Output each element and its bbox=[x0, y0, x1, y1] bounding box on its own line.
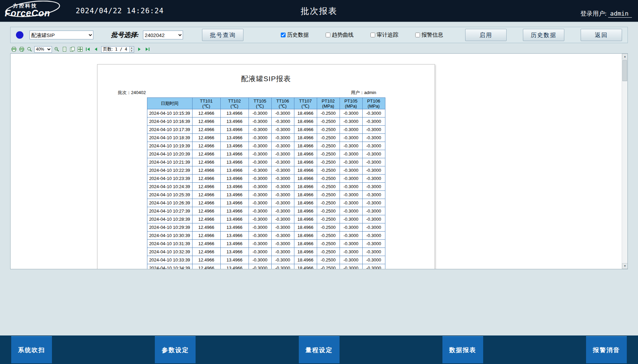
data-report-button[interactable]: 数据报表 bbox=[442, 336, 483, 363]
value-cell: -0.3000 bbox=[340, 240, 362, 248]
value-cell: 13.4966 bbox=[220, 240, 249, 248]
table-row: 2024-04-10 10:25:3912.496613.4966-0.3000… bbox=[147, 191, 385, 199]
value-cell: -0.3000 bbox=[362, 126, 385, 134]
value-cell: 13.4966 bbox=[220, 109, 249, 117]
vertical-scrollbar[interactable]: ▲ ▼ bbox=[622, 54, 627, 269]
value-cell: 13.4966 bbox=[220, 134, 249, 142]
history-data-checkbox[interactable] bbox=[281, 33, 286, 37]
value-cell: -0.3000 bbox=[362, 142, 385, 150]
zoom-out-icon[interactable] bbox=[54, 46, 60, 52]
trend-curve-checkbox[interactable] bbox=[326, 33, 330, 37]
alarm-mute-button[interactable]: 报警消音 bbox=[586, 336, 627, 363]
system-purge-button[interactable]: 系统吹扫 bbox=[11, 336, 52, 363]
next-page-icon[interactable] bbox=[136, 46, 143, 52]
value-cell: -0.3000 bbox=[340, 215, 362, 223]
audit-trail-checkbox[interactable] bbox=[370, 33, 375, 37]
checkbox-history-data[interactable]: 历史数据 bbox=[281, 32, 309, 39]
value-cell: -0.3000 bbox=[362, 232, 385, 240]
page-number-value[interactable]: 1 / 4 bbox=[113, 47, 129, 52]
checkbox-audit-trail[interactable]: 审计追踪 bbox=[370, 32, 398, 39]
range-setting-button[interactable]: 量程设定 bbox=[299, 336, 340, 363]
page-grid-icon[interactable] bbox=[77, 46, 83, 52]
value-cell: 12.4966 bbox=[192, 264, 220, 270]
value-cell: 13.4966 bbox=[220, 150, 249, 158]
value-cell: 18.4966 bbox=[294, 191, 317, 199]
value-cell: -0.2500 bbox=[317, 134, 340, 142]
report-title: 配液罐SIP报表 bbox=[97, 74, 435, 84]
table-row: 2024-04-10 10:22:3912.496613.4966-0.3000… bbox=[147, 166, 385, 175]
column-header-8: PT106(MPa) bbox=[362, 98, 385, 109]
scrollbar-thumb[interactable] bbox=[622, 60, 627, 81]
value-cell: -0.2500 bbox=[317, 175, 340, 183]
value-cell: 18.4966 bbox=[294, 207, 317, 215]
spinner-up-icon[interactable]: ▲ bbox=[130, 47, 134, 50]
table-row: 2024-04-10 10:30:3912.496613.4966-0.3000… bbox=[147, 232, 385, 240]
zoom-level-select[interactable]: 40% bbox=[34, 46, 52, 53]
value-cell: -0.2500 bbox=[317, 183, 340, 191]
single-page-icon[interactable] bbox=[61, 46, 68, 52]
checkbox-trend-curve[interactable]: 趋势曲线 bbox=[326, 32, 353, 39]
footer-spacer bbox=[0, 269, 638, 335]
table-row: 2024-04-10 10:20:3912.496613.4966-0.3000… bbox=[147, 150, 385, 158]
value-cell: -0.3000 bbox=[271, 215, 294, 223]
value-cell: -0.3000 bbox=[340, 191, 362, 199]
batch-number-select[interactable]: 2402042 bbox=[143, 31, 183, 39]
value-cell: 12.4966 bbox=[192, 191, 220, 199]
value-cell: -0.2500 bbox=[317, 158, 340, 166]
return-button[interactable]: 返回 bbox=[581, 29, 622, 41]
scroll-up-icon[interactable]: ▲ bbox=[622, 54, 628, 59]
batch-query-button[interactable]: 批号查询 bbox=[202, 29, 243, 41]
value-cell: 13.4966 bbox=[220, 117, 249, 126]
value-cell: 18.4966 bbox=[294, 175, 317, 183]
status-indicator-dot bbox=[16, 31, 23, 39]
audit-trail-label: 审计追踪 bbox=[377, 32, 398, 39]
quick-print-icon[interactable] bbox=[19, 46, 25, 52]
checkbox-alarm-info[interactable]: 报警信息 bbox=[415, 32, 443, 39]
tank-select[interactable]: 配液罐SIP bbox=[30, 31, 93, 39]
history-data-button[interactable]: 历史数据 bbox=[523, 29, 564, 41]
value-cell: -0.2500 bbox=[317, 199, 340, 207]
value-cell: -0.2500 bbox=[317, 215, 340, 223]
value-cell: -0.3000 bbox=[362, 264, 385, 270]
value-cell: 18.4966 bbox=[294, 223, 317, 232]
value-cell: 18.4966 bbox=[294, 256, 317, 264]
value-cell: -0.3000 bbox=[249, 207, 271, 215]
alarm-info-checkbox[interactable] bbox=[415, 33, 420, 37]
value-cell: 13.4966 bbox=[220, 126, 249, 134]
value-cell: -0.3000 bbox=[362, 248, 385, 256]
trend-curve-label: 趋势曲线 bbox=[332, 32, 353, 39]
value-cell: 12.4966 bbox=[192, 183, 220, 191]
page-number-spinner[interactable]: ▲▼ bbox=[129, 47, 134, 52]
value-cell: 12.4966 bbox=[192, 199, 220, 207]
scroll-down-icon[interactable]: ▼ bbox=[622, 263, 628, 269]
value-cell: -0.3000 bbox=[340, 150, 362, 158]
column-header-5: TT107(℃) bbox=[294, 98, 317, 109]
multi-page-icon[interactable] bbox=[69, 46, 75, 52]
value-cell: 12.4966 bbox=[192, 232, 220, 240]
login-user: admin bbox=[608, 10, 632, 18]
spinner-down-icon[interactable]: ▼ bbox=[130, 50, 134, 52]
value-cell: -0.3000 bbox=[271, 158, 294, 166]
value-cell: -0.3000 bbox=[271, 117, 294, 126]
value-cell: -0.3000 bbox=[340, 264, 362, 270]
prev-page-icon[interactable] bbox=[93, 46, 99, 52]
first-page-icon[interactable] bbox=[85, 46, 91, 52]
view-options-group: 历史数据 趋势曲线 审计追踪 报警信息 bbox=[281, 32, 443, 39]
enable-button[interactable]: 启用 bbox=[465, 29, 507, 41]
print-icon[interactable] bbox=[11, 46, 17, 52]
column-header-2: TT102(℃) bbox=[220, 98, 249, 109]
value-cell: -0.3000 bbox=[271, 183, 294, 191]
report-table-body: 2024-04-10 10:15:3912.496613.4966-0.3000… bbox=[147, 109, 385, 270]
value-cell: -0.3000 bbox=[271, 256, 294, 264]
parameter-setting-button[interactable]: 参数设定 bbox=[155, 336, 196, 363]
value-cell: -0.3000 bbox=[249, 166, 271, 175]
report-viewer: 40% 页数: 1 / 4 ▲▼ bbox=[10, 45, 628, 269]
value-cell: -0.3000 bbox=[362, 134, 385, 142]
value-cell: 18.4966 bbox=[294, 109, 317, 117]
value-cell: 12.4966 bbox=[192, 175, 220, 183]
value-cell: -0.3000 bbox=[249, 183, 271, 191]
value-cell: -0.3000 bbox=[340, 166, 362, 175]
value-cell: 13.4966 bbox=[220, 183, 249, 191]
last-page-icon[interactable] bbox=[144, 46, 150, 52]
zoom-dialog-icon[interactable] bbox=[26, 46, 33, 52]
